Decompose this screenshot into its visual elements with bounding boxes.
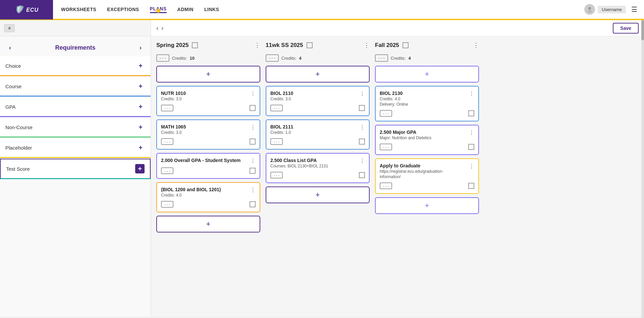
hamburger-menu-icon[interactable]: ☰ xyxy=(631,5,637,13)
term-spring-credits-bar: - - - Credits: 10 xyxy=(156,54,260,62)
testscore-add-btn[interactable]: + xyxy=(135,164,145,173)
nutr1010-checkbox[interactable] xyxy=(250,105,256,111)
svg-point-0 xyxy=(588,7,591,10)
gpa2000-more-btn[interactable]: ⋮ xyxy=(250,158,256,164)
term-spring-checkbox[interactable] xyxy=(192,42,198,48)
requirements-prev-btn[interactable]: ‹ xyxy=(5,43,15,52)
gpa2500major-footer: - - - xyxy=(380,144,474,150)
nav-username[interactable]: Username xyxy=(598,6,626,13)
applygrad-checkbox[interactable] xyxy=(468,183,474,189)
nutr1010-subtitle: Credits: 3.0 xyxy=(161,97,186,101)
main-layout: ≡ ‹ Requirements › Choice + Course + GPA… xyxy=(0,20,644,317)
noncourse-add-btn[interactable]: + xyxy=(136,122,145,132)
sidebar: ≡ ‹ Requirements › Choice + Course + GPA… xyxy=(0,20,151,317)
biol1200-info: (BIOL 1200 and BIOL 1201) Credits: 4.0 xyxy=(161,187,221,198)
term-fall-credits-label: Credits: xyxy=(391,56,406,61)
applygrad-more-btn[interactable]: ⋮ xyxy=(469,163,474,169)
sidebar-item-noncourse[interactable]: Non-Course + xyxy=(0,118,151,138)
nav-plans[interactable]: PLANS xyxy=(150,6,167,13)
gpa2500class-checkbox[interactable] xyxy=(359,172,365,178)
biol2110-checkbox[interactable] xyxy=(359,105,365,111)
math1065-info: MATH 1065 Credits: 3.0 xyxy=(161,124,186,135)
course-card-biol2130: BIOL 2130 Credits: 4.0 Delivery: Online … xyxy=(375,86,479,121)
biol2111-header: BIOL 2111 Credits: 1.0 ⋮ xyxy=(270,124,365,135)
spring-add-course-btn[interactable]: + xyxy=(156,66,260,83)
math1065-footer: - - - xyxy=(161,138,256,145)
choice-label: Choice xyxy=(5,63,21,69)
term-ss-credits-bar: - - - Credits: 4 xyxy=(266,54,370,62)
applygrad-subtitle2: information/ xyxy=(380,174,443,179)
nav-admin[interactable]: ADMIN xyxy=(177,7,194,12)
main-nav-prev-btn[interactable]: ‹ xyxy=(156,24,159,32)
term-ss-checkbox[interactable] xyxy=(307,42,313,48)
testscore-label: Test Score xyxy=(6,166,30,172)
course-card-biol2110: BIOL 2110 Credits: 3.0 ⋮ - - - xyxy=(266,86,370,116)
term-spring-2025: Spring 2025 ⋮ - - - Credits: 10 + xyxy=(156,42,260,311)
sidebar-top-bar: ≡ xyxy=(0,20,151,36)
ss-add-course-btn[interactable]: + xyxy=(266,66,370,83)
fall-add-course-bottom-btn[interactable]: + xyxy=(375,197,479,214)
right-scrollbar[interactable] xyxy=(641,20,644,318)
biol1200-footer: - - - xyxy=(161,201,256,208)
nav-right: Username ☰ xyxy=(584,4,644,15)
requirements-title: Requirements xyxy=(55,44,95,51)
term-fall-2025: Fall 2025 ⋮ - - - Credits: 4 + xyxy=(375,42,479,311)
math1065-header: MATH 1065 Credits: 3.0 ⋮ xyxy=(161,124,256,135)
biol2110-subtitle: Credits: 3.0 xyxy=(270,97,293,101)
biol2111-subtitle: Credits: 1.0 xyxy=(270,130,293,135)
save-button[interactable]: Save xyxy=(613,23,639,34)
gpa2500major-title: 2.500 Major GPA xyxy=(380,129,431,135)
terms-container: Spring 2025 ⋮ - - - Credits: 10 + xyxy=(151,36,644,317)
math1065-more-btn[interactable]: ⋮ xyxy=(250,124,256,130)
biol2111-more-btn[interactable]: ⋮ xyxy=(360,124,365,130)
biol2110-more-btn[interactable]: ⋮ xyxy=(360,91,365,97)
biol2130-checkbox[interactable] xyxy=(468,110,474,116)
term-ss-credits-label: Credits: xyxy=(281,56,297,61)
biol2130-more-btn[interactable]: ⋮ xyxy=(469,91,474,97)
gpa2500major-more-btn[interactable]: ⋮ xyxy=(469,129,474,136)
math1065-checkbox[interactable] xyxy=(250,139,256,145)
sidebar-item-testscore[interactable]: Test Score + xyxy=(0,159,151,179)
logo-text: 🛡️ ECU xyxy=(14,5,39,14)
placeholder-add-btn[interactable]: + xyxy=(136,143,145,152)
sidebar-item-course[interactable]: Course + xyxy=(0,77,151,97)
gpa2500class-more-btn[interactable]: ⋮ xyxy=(360,158,365,164)
spring-add-course-bottom-btn[interactable]: + xyxy=(156,216,260,232)
gpa-add-btn[interactable]: + xyxy=(136,102,145,111)
biol2110-id-badge: - - - xyxy=(270,105,283,111)
term-spring-more-btn[interactable]: ⋮ xyxy=(254,42,260,49)
sidebar-collapse-btn[interactable]: ≡ xyxy=(4,24,15,32)
biol1200-checkbox[interactable] xyxy=(250,201,256,207)
requirements-next-btn[interactable]: › xyxy=(136,43,145,52)
gpa2000-title: 2.000 Overall GPA - Student System xyxy=(161,158,240,163)
term-fall-more-btn[interactable]: ⋮ xyxy=(473,42,479,49)
applygrad-footer: - - - xyxy=(380,182,474,189)
fall-add-course-btn[interactable]: + xyxy=(375,66,479,83)
sidebar-item-choice[interactable]: Choice + xyxy=(0,56,151,76)
sidebar-item-placeholder[interactable]: Placeholder + xyxy=(0,138,151,158)
biol2110-footer: - - - xyxy=(270,105,365,111)
term-spring-credits-label: Credits: xyxy=(172,56,187,61)
course-card-applygrad: Apply to Graduate https://registrar.ecu.… xyxy=(375,158,479,194)
main-nav-next-btn[interactable]: › xyxy=(161,24,164,32)
term-ss-more-btn[interactable]: ⋮ xyxy=(364,42,370,49)
nav-worksheets[interactable]: WORKSHEETS xyxy=(61,7,96,12)
term-fall-checkbox[interactable] xyxy=(402,42,409,48)
biol1200-id-badge: - - - xyxy=(161,201,173,208)
gpa2500class-subtitle: Courses: BIOL 2130+BIOL 2131 xyxy=(270,164,328,168)
course-add-btn[interactable]: + xyxy=(136,82,145,91)
nav-links-item[interactable]: LINKS xyxy=(204,7,219,12)
choice-add-btn[interactable]: + xyxy=(136,61,145,70)
requirements-header: ‹ Requirements › xyxy=(0,40,151,56)
ss-add-course-bottom-btn[interactable]: + xyxy=(266,187,370,203)
biol1200-more-btn[interactable]: ⋮ xyxy=(250,187,256,193)
applygrad-title: Apply to Graduate xyxy=(380,163,443,168)
gpa2000-checkbox[interactable] xyxy=(250,168,256,174)
nutr1010-more-btn[interactable]: ⋮ xyxy=(250,91,256,97)
biol2111-checkbox[interactable] xyxy=(359,139,365,145)
biol1200-header: (BIOL 1200 and BIOL 1201) Credits: 4.0 ⋮ xyxy=(161,187,256,198)
nav-exceptions[interactable]: EXCEPTIONS xyxy=(107,7,139,12)
gpa2500major-checkbox[interactable] xyxy=(468,144,474,150)
sidebar-item-gpa[interactable]: GPA + xyxy=(0,97,151,117)
scrollbar-thumb[interactable] xyxy=(641,20,644,40)
